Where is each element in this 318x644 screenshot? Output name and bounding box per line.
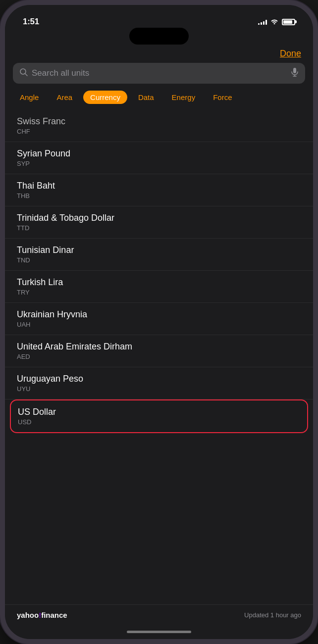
- list-item[interactable]: Syrian Pound SYP: [5, 142, 313, 174]
- item-code: TRY: [17, 289, 301, 296]
- wifi-icon: [270, 18, 278, 26]
- list-item[interactable]: United Arab Emirates Dirham AED: [5, 335, 313, 367]
- tab-angle[interactable]: Angle: [13, 91, 46, 104]
- item-name: Ukrainian Hryvnia: [17, 309, 301, 320]
- item-name: US Dollar: [18, 407, 300, 417]
- item-code: CHF: [17, 128, 301, 135]
- item-code: SYP: [17, 160, 301, 167]
- home-bar: [127, 631, 191, 633]
- svg-line-1: [25, 74, 27, 76]
- search-bar[interactable]: Search all units: [13, 63, 305, 84]
- list-item[interactable]: Ukrainian Hryvnia UAH: [5, 303, 313, 335]
- item-code: TTD: [17, 224, 301, 232]
- item-name: Uruguayan Peso: [17, 374, 301, 384]
- item-name: Thai Baht: [17, 181, 301, 191]
- item-name: Trinidad & Tobago Dollar: [17, 213, 301, 223]
- search-placeholder: Search all units: [32, 68, 287, 78]
- item-code: THB: [17, 192, 301, 199]
- dynamic-island: [129, 28, 189, 45]
- svg-rect-2: [293, 68, 296, 73]
- status-icons: [258, 18, 295, 26]
- item-name: United Arab Emirates Dirham: [17, 342, 301, 352]
- svg-point-0: [20, 69, 26, 74]
- item-name: Swiss Franc: [17, 116, 301, 127]
- list-item-selected[interactable]: US Dollar USD: [10, 399, 308, 433]
- tab-force[interactable]: Force: [206, 91, 239, 104]
- signal-icon: [258, 19, 267, 25]
- status-time: 1:51: [23, 17, 39, 27]
- list-item[interactable]: Trinidad & Tobago Dollar TTD: [5, 206, 313, 239]
- list-item[interactable]: Thai Baht THB: [5, 174, 313, 206]
- footer: yahoo!finance Updated 1 hour ago: [5, 604, 313, 624]
- item-code: UAH: [17, 321, 301, 328]
- list-item[interactable]: Uruguayan Peso UYU: [5, 367, 313, 399]
- item-code: AED: [17, 353, 301, 360]
- item-code: TND: [17, 256, 301, 264]
- search-container: Search all units: [5, 61, 313, 89]
- search-icon: [20, 68, 28, 78]
- item-name: Syrian Pound: [17, 149, 301, 159]
- battery-icon: [282, 19, 295, 25]
- tabs-container: Angle Area Currency Data Energy Force: [5, 89, 313, 110]
- item-code: UYU: [17, 385, 301, 393]
- phone-frame: 1:51 Done: [0, 0, 318, 644]
- list-item[interactable]: Tunisian Dinar TND: [5, 239, 313, 271]
- yahoo-finance-logo: yahoo!finance: [17, 611, 67, 619]
- mic-icon[interactable]: [291, 68, 298, 79]
- updated-text: Updated 1 hour ago: [244, 611, 301, 619]
- screen: 1:51 Done: [5, 5, 313, 639]
- done-button[interactable]: Done: [280, 49, 301, 59]
- tab-energy[interactable]: Energy: [165, 91, 203, 104]
- item-name: Tunisian Dinar: [17, 245, 301, 255]
- tab-area[interactable]: Area: [50, 91, 79, 104]
- tab-data[interactable]: Data: [131, 91, 161, 104]
- header: Done: [5, 45, 313, 61]
- currency-list: Swiss Franc CHF Syrian Pound SYP Thai Ba…: [5, 110, 313, 604]
- home-indicator: [5, 624, 313, 639]
- list-item[interactable]: Turkish Lira TRY: [5, 271, 313, 303]
- tab-currency[interactable]: Currency: [83, 91, 127, 104]
- item-name: Turkish Lira: [17, 277, 301, 288]
- list-item[interactable]: Swiss Franc CHF: [5, 110, 313, 142]
- item-code: USD: [18, 418, 300, 426]
